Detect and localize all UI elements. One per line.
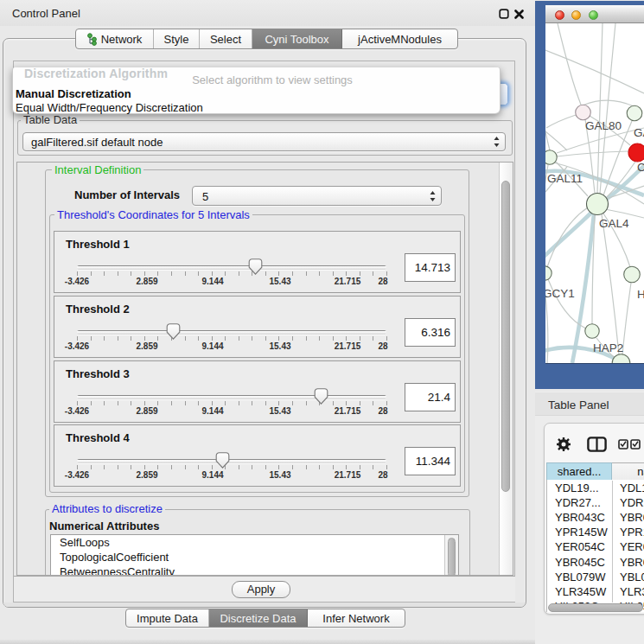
- slider-tick: [306, 401, 307, 405]
- network-edge-thick[interactable]: [545, 213, 591, 258]
- tab-infer-network[interactable]: Infer Network: [308, 609, 405, 627]
- slider-tick: [373, 401, 373, 405]
- list-item[interactable]: BetweennessCentrality: [51, 564, 458, 576]
- cell-name: YDL194W: [620, 481, 644, 494]
- slider-tick: [185, 271, 186, 276]
- number-of-intervals-combobox[interactable]: 5: [192, 186, 442, 206]
- threshold-value-field-3[interactable]: 21.4: [405, 383, 456, 411]
- slider-thumb-4[interactable]: [215, 452, 230, 469]
- slider-track[interactable]: [77, 395, 386, 399]
- slider-tick: [346, 401, 347, 405]
- tab-label: Network: [101, 33, 143, 46]
- network-node-gal80[interactable]: [576, 105, 591, 120]
- tab-discretize-data[interactable]: Discretize Data: [209, 609, 308, 627]
- tab-label: jActiveMNodules: [358, 33, 442, 46]
- slider-tick-label: 28: [378, 470, 387, 480]
- network-node-gal11[interactable]: [545, 150, 557, 164]
- tab-jactivemnodules[interactable]: jActiveMNodules: [342, 29, 457, 48]
- network-edge[interactable]: [558, 23, 581, 105]
- gear-icon[interactable]: [557, 437, 571, 451]
- network-edge[interactable]: [622, 283, 631, 354]
- network-node-gal4[interactable]: [587, 194, 609, 215]
- slider-tick: [225, 401, 226, 405]
- slider-track[interactable]: [77, 330, 386, 335]
- list-item[interactable]: SelfLoops: [51, 535, 458, 550]
- slider-thumb-1[interactable]: [248, 258, 263, 275]
- threshold-value-field-1[interactable]: 14.713: [405, 253, 456, 282]
- column-header-1[interactable]: shared...: [546, 462, 612, 481]
- table-row[interactable]: YLR345WYLR345W: [547, 583, 644, 598]
- slider-tick-label: 21.715: [335, 470, 361, 480]
- network-edge-thick[interactable]: [572, 214, 594, 363]
- table-data-combobox[interactable]: galFiltered.sif default node: [22, 132, 506, 151]
- slider-tick-label: -3.426: [65, 277, 89, 286]
- apply-button[interactable]: Apply: [232, 581, 290, 598]
- slider-tick: [212, 465, 213, 469]
- slider-tick: [91, 336, 92, 341]
- table-row[interactable]: YER054CYER054C: [547, 539, 644, 554]
- slider-thumb-3[interactable]: [314, 388, 328, 405]
- slider-tick: [373, 465, 373, 469]
- network-node-h[interactable]: [624, 266, 641, 283]
- tab-label: Select: [210, 33, 241, 46]
- slider-tick-label: -3.426: [65, 470, 89, 480]
- table-row[interactable]: YBL079WYBL079W: [547, 569, 644, 583]
- table-row[interactable]: YBR045CYBR045C: [547, 554, 644, 569]
- table-row[interactable]: YDL19...YDL194W: [547, 480, 644, 494]
- threshold-value-field-4[interactable]: 11.344: [405, 447, 456, 475]
- slider-tick: [91, 401, 92, 405]
- column-header-2[interactable]: name: [612, 462, 644, 481]
- popup-item-1[interactable]: Manual Discretization: [13, 87, 502, 101]
- slider-tick: [386, 401, 387, 405]
- slider-tick: [171, 465, 172, 469]
- threshold-label-3: Threshold 3: [66, 367, 130, 380]
- network-view-canvas[interactable]: GAL80GACGAL11GAL4GCY1HHAP2: [545, 23, 644, 363]
- close-window-icon[interactable]: [555, 10, 564, 20]
- table-row[interactable]: YBR043CYBR043C: [547, 509, 644, 524]
- zoom-window-icon[interactable]: [589, 10, 598, 20]
- minimize-window-icon[interactable]: [571, 10, 581, 20]
- numerical-attributes-list[interactable]: SelfLoopsTopologicalCoefficientBetweenne…: [50, 534, 459, 576]
- slider-track[interactable]: [77, 265, 386, 270]
- table-row[interactable]: YPR145WYPR145W: [547, 525, 644, 539]
- table-data-combobox-value: galFiltered.sif default node: [31, 136, 163, 149]
- slider-tick: [131, 271, 131, 276]
- slider-tick: [386, 336, 387, 341]
- slider-track[interactable]: [77, 459, 386, 463]
- slider-tick: [306, 465, 307, 469]
- select-checkboxes-icon[interactable]: [618, 439, 641, 450]
- tab-select[interactable]: Select: [200, 29, 252, 48]
- show-columns-icon[interactable]: [587, 437, 607, 452]
- slider-tick: [278, 465, 279, 469]
- tab-network[interactable]: Network: [76, 29, 154, 48]
- main-scrollbar-thumb[interactable]: [501, 181, 510, 492]
- slider-tick: [185, 401, 186, 405]
- network-node-hap2[interactable]: [585, 324, 599, 338]
- tab-style[interactable]: Style: [154, 29, 200, 48]
- tab-cyni-toolbox[interactable]: Cyni Toolbox: [252, 29, 342, 48]
- slider-tick: [131, 336, 131, 341]
- slider-tick: [252, 401, 252, 405]
- slider-tick: [185, 465, 186, 469]
- attr-scrollbar-thumb[interactable]: [448, 538, 456, 576]
- table-hscrollbar-thumb[interactable]: [548, 603, 643, 612]
- close-panel-icon[interactable]: [514, 10, 524, 19]
- table-row[interactable]: YDR27...YDR277C: [547, 494, 644, 509]
- popup-item-2[interactable]: Equal Width/Frequency Discretization: [13, 101, 502, 115]
- network-edge[interactable]: [546, 115, 576, 128]
- tab-impute-data[interactable]: Impute Data: [126, 609, 209, 627]
- network-edge[interactable]: [545, 50, 644, 93]
- slider-thumb-2[interactable]: [166, 323, 181, 340]
- slider-tick: [319, 336, 320, 341]
- slider-tick: [77, 465, 78, 469]
- float-window-icon[interactable]: [499, 9, 509, 19]
- network-node[interactable]: [612, 354, 630, 363]
- threshold-value-field-2[interactable]: 6.316: [405, 318, 456, 347]
- network-node-ga[interactable]: [627, 105, 642, 121]
- slider-tick-label: 15.43: [269, 341, 290, 351]
- list-item[interactable]: TopologicalCoefficient: [51, 550, 458, 564]
- network-node-c[interactable]: [628, 143, 644, 162]
- network-node-gcy1[interactable]: [545, 266, 552, 280]
- slider-tick: [157, 401, 158, 405]
- network-graph: GAL80GACGAL11GAL4GCY1HHAP2: [545, 23, 644, 363]
